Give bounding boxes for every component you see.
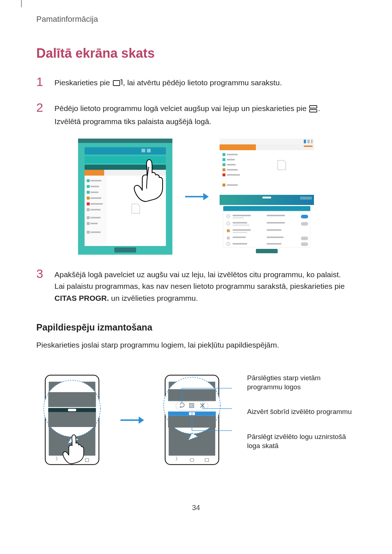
svg-rect-19 — [90, 192, 98, 193]
svg-marker-34 — [203, 193, 209, 200]
step-2-l1post: . — [318, 104, 320, 112]
step-3: 3 Apakšējā logā pavelciet uz augšu vai u… — [36, 267, 356, 304]
svg-rect-23 — [90, 203, 103, 205]
svg-rect-81 — [267, 243, 281, 245]
svg-rect-49 — [227, 164, 236, 165]
figure-2: Pārslēgties starp vietām programmu logos… — [36, 362, 356, 482]
svg-rect-4 — [78, 139, 172, 143]
svg-rect-110 — [176, 401, 208, 410]
svg-rect-15 — [90, 180, 101, 181]
svg-rect-65 — [301, 215, 308, 218]
svg-rect-5 — [85, 147, 166, 155]
svg-rect-24 — [87, 208, 90, 211]
arrow-icon — [183, 189, 209, 204]
step-1-post: , lai atvērtu pēdējo lietoto programmu s… — [123, 78, 282, 87]
svg-rect-80 — [233, 243, 247, 245]
svg-rect-32 — [114, 247, 136, 253]
svg-rect-1 — [310, 106, 317, 108]
figure-2-callouts: Pārslēgties starp vietām programmu logos… — [247, 374, 356, 450]
svg-rect-58 — [262, 197, 271, 198]
callout-swap: Pārslēgties starp vietām programmu logos — [247, 374, 356, 391]
svg-rect-64 — [267, 215, 285, 216]
svg-rect-37 — [220, 139, 314, 144]
svg-rect-20 — [87, 197, 90, 200]
step-2-l1pre: Pēdējo lietoto programmu logā velciet au… — [54, 104, 309, 112]
step-3-l1: Apakšējā logā pavelciet uz augšu vai uz … — [54, 270, 341, 279]
svg-rect-2 — [310, 110, 317, 112]
step-3-bold: CITAS PROGR. — [54, 294, 109, 302]
step-2-l2: Izvēlētā programma tiks palaista augšējā… — [54, 117, 211, 126]
figure-2-right — [155, 362, 233, 482]
svg-rect-68 — [233, 225, 249, 226]
step-1-number: 1 — [36, 75, 54, 88]
svg-rect-51 — [227, 169, 238, 171]
svg-rect-30 — [87, 231, 90, 234]
svg-rect-9 — [85, 165, 166, 170]
recent-apps-icon — [113, 78, 122, 90]
callout-popup: Pārslēgt izvēlēto logu uznirstošā loga s… — [247, 432, 356, 450]
svg-rect-67 — [233, 222, 247, 223]
step-3-text: Apakšējā logā pavelciet uz augšu vai uz … — [54, 267, 356, 304]
svg-rect-83 — [256, 249, 278, 253]
svg-rect-21 — [90, 197, 101, 199]
svg-rect-74 — [267, 229, 281, 231]
svg-rect-48 — [222, 163, 225, 166]
step-1-pre: Pieskarieties pie — [54, 78, 112, 87]
step-1-text: Pieskarieties pie , lai atvērtu pēdējo l… — [54, 75, 356, 90]
svg-rect-26 — [87, 216, 90, 219]
svg-rect-54 — [222, 184, 225, 186]
svg-rect-14 — [87, 179, 90, 182]
svg-rect-22 — [87, 202, 90, 205]
split-screen-icon — [309, 104, 317, 116]
page-number: 34 — [36, 504, 356, 512]
svg-rect-0 — [113, 81, 120, 86]
svg-rect-77 — [267, 237, 283, 238]
svg-rect-82 — [301, 242, 308, 246]
svg-rect-27 — [90, 217, 101, 218]
svg-rect-44 — [222, 153, 225, 156]
svg-rect-78 — [301, 237, 308, 240]
main-heading: Dalītā ekrāna skats — [36, 46, 356, 61]
svg-rect-25 — [90, 209, 101, 210]
svg-rect-18 — [87, 191, 90, 194]
step-2: 2 Pēdējo lietoto programmu logā velciet … — [36, 101, 356, 128]
svg-rect-72 — [233, 229, 251, 231]
svg-rect-11 — [85, 170, 104, 176]
figure-1 — [36, 139, 356, 255]
svg-rect-16 — [87, 185, 90, 188]
svg-rect-93 — [48, 392, 96, 407]
svg-rect-38 — [304, 140, 306, 143]
svg-rect-17 — [90, 186, 99, 187]
sub-heading: Papildiespēju izmantošana — [36, 322, 356, 333]
svg-rect-31 — [90, 231, 101, 233]
svg-rect-8 — [85, 156, 166, 163]
svg-point-66 — [226, 222, 230, 225]
svg-rect-50 — [222, 168, 225, 171]
figure-1-left — [78, 139, 172, 255]
svg-rect-109 — [168, 389, 216, 401]
svg-rect-7 — [147, 149, 151, 152]
figure-2-left — [36, 362, 108, 482]
svg-rect-63 — [233, 217, 244, 218]
svg-point-79 — [226, 242, 230, 246]
step-1: 1 Pieskarieties pie , lai atvērtu pēdējo… — [36, 75, 356, 90]
svg-rect-75 — [227, 237, 230, 239]
svg-rect-96 — [48, 412, 96, 427]
svg-rect-73 — [233, 232, 247, 233]
svg-marker-98 — [139, 416, 144, 424]
step-3-l2pre: Lai palaistu programmas, kas nav nesen l… — [54, 282, 345, 290]
arrow-icon-2 — [119, 413, 144, 427]
callout-close: Aizvērt šobrīd izvēlēto programmu — [247, 407, 356, 416]
page-header: Pamatinformācija — [36, 15, 356, 24]
svg-rect-69 — [267, 222, 285, 223]
svg-rect-43 — [304, 145, 313, 147]
svg-rect-40 — [311, 140, 313, 143]
svg-rect-56 — [220, 195, 314, 205]
svg-rect-6 — [142, 149, 145, 152]
sub-body-text: Pieskarieties joslai starp programmu log… — [36, 339, 356, 351]
step-2-text: Pēdējo lietoto programmu logā velciet au… — [54, 101, 356, 128]
svg-rect-55 — [227, 184, 238, 186]
svg-rect-71 — [227, 229, 230, 232]
svg-rect-52 — [222, 173, 225, 176]
svg-rect-57 — [300, 197, 312, 200]
